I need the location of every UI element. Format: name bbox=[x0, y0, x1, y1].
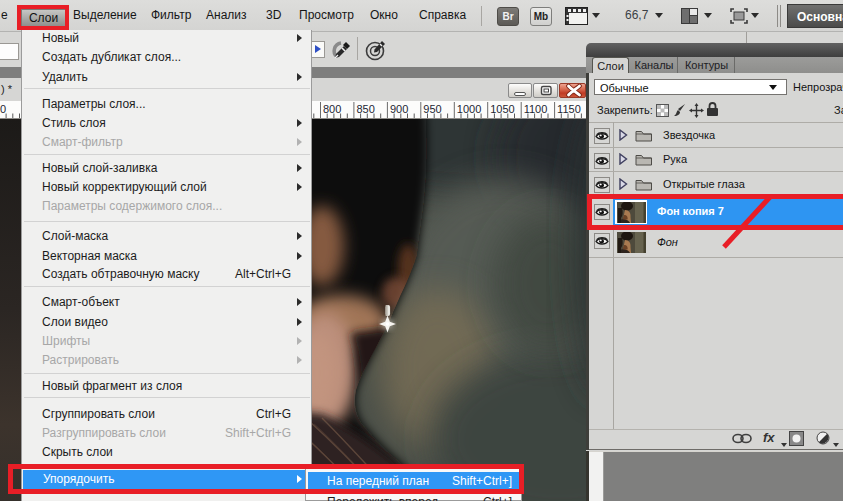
svg-text:1050: 1050 bbox=[490, 103, 514, 115]
svg-text:850: 850 bbox=[356, 103, 374, 115]
svg-text:1100: 1100 bbox=[524, 103, 548, 115]
svg-text:0: 0 bbox=[0, 103, 6, 115]
svg-text:800: 800 bbox=[323, 103, 341, 115]
svg-text:900: 900 bbox=[390, 103, 408, 115]
svg-text:950: 950 bbox=[423, 103, 441, 115]
svg-text:1150: 1150 bbox=[557, 103, 581, 115]
svg-text:1000: 1000 bbox=[457, 103, 481, 115]
